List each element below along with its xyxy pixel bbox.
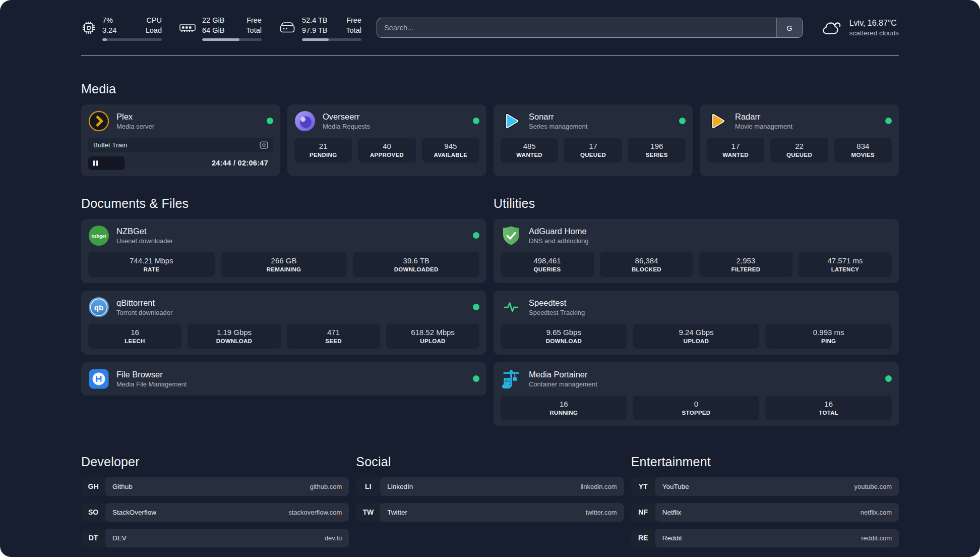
bookmark-item-netflix[interactable]: NFNetflixnetflix.com	[631, 503, 899, 522]
bookmark-name: LinkedIn	[387, 483, 413, 490]
svg-text:qb: qb	[94, 303, 103, 311]
bookmark-group-title: Entertainment	[631, 455, 899, 469]
service-subtitle: Torrent downloader	[116, 309, 172, 316]
stat-label: QUEUED	[566, 152, 620, 158]
widget-label: Free	[246, 15, 262, 25]
stat-box: 945AVAILABLE	[422, 138, 479, 162]
service-subtitle: Usenet downloader	[116, 237, 173, 245]
stat-box: 618.52 MbpsUPLOAD	[386, 324, 479, 349]
stat-value: 47.571 ms	[801, 256, 890, 265]
stat-value: 0.993 ms	[767, 328, 890, 337]
stat-value: 498,461	[503, 256, 592, 265]
stat-box: 471SEED	[287, 324, 380, 349]
bookmark-abbr: YT	[631, 477, 655, 496]
service-subtitle: Speedtest Tracking	[529, 309, 585, 316]
search-engine-button[interactable]: G	[776, 18, 803, 37]
service-subtitle: Media Requests	[323, 123, 370, 130]
bookmark-group-developer: DeveloperGHGithubgithub.comSOStackOverfl…	[81, 455, 349, 547]
resource-widget-cpu: 7%3.24CPULoad	[81, 15, 162, 41]
stat-label: WANTED	[503, 152, 556, 158]
stat-value: 471	[289, 328, 378, 337]
pause-icon	[93, 160, 98, 166]
card-file-browser[interactable]: File BrowserMedia File Management	[81, 362, 486, 396]
bookmark-item-linkedin[interactable]: LILinkedInlinkedin.com	[356, 477, 624, 496]
stat-value: 196	[630, 142, 684, 150]
bookmark-domain: github.com	[310, 483, 342, 490]
card-overseerr[interactable]: OverseerrMedia Requests21PENDING40APPROV…	[287, 104, 486, 176]
media-card-grid: PlexMedia serverBullet Train24:44 / 02:0…	[81, 104, 899, 176]
bookmark-abbr: SO	[81, 503, 105, 522]
bookmark-item-stackoverflow[interactable]: SOStackOverflowstackoverflow.com	[81, 503, 349, 522]
bookmark-item-youtube[interactable]: YTYouTubeyoutube.com	[631, 477, 899, 496]
stat-label: DOWNLOAD	[190, 338, 279, 344]
resource-widgets: 7%3.24CPULoad22 GiB64 GiBFreeTotal52.4 T…	[81, 15, 361, 41]
card-adguard-home[interactable]: AdGuard HomeDNS and adblocking498,461QUE…	[494, 219, 899, 283]
service-subtitle: Container management	[529, 380, 597, 388]
dashboard-window: 7%3.24CPULoad22 GiB64 GiBFreeTotal52.4 T…	[0, 0, 980, 557]
stat-value: 17	[709, 142, 762, 150]
stat-box: 9.24 GbpsUPLOAD	[633, 324, 760, 349]
bookmark-name: DEV	[112, 534, 127, 542]
stat-box: 16LEECH	[88, 324, 181, 349]
stat-label: DOWNLOAD	[503, 338, 625, 344]
bookmark-name: Netflix	[662, 509, 682, 516]
search-bar: G	[377, 18, 803, 38]
weather-location: Lviv, 16.87°C	[849, 18, 899, 29]
playback-time: 24:44 / 02:06:47	[212, 159, 268, 167]
stat-value: 16	[503, 400, 625, 408]
radarr-icon	[707, 110, 728, 132]
bookmark-item-github[interactable]: GHGithubgithub.com	[81, 477, 349, 496]
search-input[interactable]	[377, 18, 776, 37]
card-plex[interactable]: PlexMedia serverBullet Train24:44 / 02:0…	[81, 104, 280, 176]
card-sonarr[interactable]: SonarrSeries management485WANTED17QUEUED…	[494, 104, 693, 176]
topbar: 7%3.24CPULoad22 GiB64 GiBFreeTotal52.4 T…	[81, 15, 899, 41]
stat-value: 16	[90, 328, 179, 337]
utilities-card-stack: AdGuard HomeDNS and adblocking498,461QUE…	[494, 219, 899, 426]
bookmark-domain: twitter.com	[586, 509, 617, 516]
card-nzbget[interactable]: nzbgetNZBGetUsenet downloader744.21 Mbps…	[81, 219, 486, 283]
widget-progress-bar	[302, 38, 361, 41]
service-name: NZBGet	[116, 226, 173, 237]
card-radarr[interactable]: RadarrMovie management17WANTED22QUEUED83…	[700, 104, 899, 176]
stat-box: 9.65 GbpsDOWNLOAD	[501, 324, 627, 349]
bookmark-item-twitter[interactable]: TWTwittertwitter.com	[356, 503, 624, 522]
service-name: qBittorrent	[116, 298, 172, 308]
stat-value: 485	[503, 142, 556, 150]
stat-label: REMAINING	[223, 266, 345, 272]
widget-value: 22 GiB	[202, 15, 224, 25]
stat-box: 22QUEUED	[770, 138, 828, 162]
widget-value: 64 GiB	[202, 25, 224, 35]
stat-label: UPLOAD	[635, 338, 758, 344]
widget-label: Total	[346, 25, 361, 35]
stat-box: 17QUEUED	[564, 138, 622, 162]
card-speedtest[interactable]: SpeedtestSpeedtest Tracking9.65 GbpsDOWN…	[494, 291, 899, 355]
filebrowser-icon	[88, 368, 109, 389]
stat-value: 21	[296, 142, 350, 150]
card-media-portainer[interactable]: Media PortainerContainer management16RUN…	[494, 362, 899, 426]
documents-card-stack: nzbgetNZBGetUsenet downloader744.21 Mbps…	[81, 219, 486, 396]
service-name: File Browser	[116, 369, 187, 380]
widget-label: Free	[346, 15, 361, 25]
stat-box: 834MOVIES	[834, 138, 892, 162]
stat-value: 39.6 TB	[355, 256, 477, 265]
status-dot-online	[473, 232, 479, 239]
svg-text:nzbget: nzbget	[92, 233, 106, 238]
ram-icon	[179, 22, 196, 34]
bookmark-item-dev[interactable]: DTDEVdev.to	[81, 529, 349, 547]
stat-label: QUERIES	[503, 266, 592, 272]
service-name: Speedtest	[529, 298, 585, 308]
section-documents: Documents & Files nzbgetNZBGetUsenet dow…	[81, 196, 486, 396]
stat-value: 2,953	[701, 256, 790, 265]
bookmark-name: Github	[112, 483, 133, 490]
service-name: AdGuard Home	[529, 226, 589, 237]
stat-value: 1.19 Gbps	[190, 328, 279, 337]
stat-label: PENDING	[296, 152, 350, 158]
stat-box: 86,384BLOCKED	[600, 252, 693, 277]
bookmark-item-reddit[interactable]: RERedditreddit.com	[631, 529, 899, 547]
service-name: Overseerr	[323, 112, 370, 122]
stat-value: 0	[635, 400, 758, 408]
card-qbittorrent[interactable]: qbqBittorrentTorrent downloader16LEECH1.…	[81, 291, 486, 355]
stat-box: 498,461QUERIES	[501, 252, 594, 277]
stat-label: SEED	[289, 338, 378, 344]
service-subtitle: Series management	[529, 123, 587, 130]
